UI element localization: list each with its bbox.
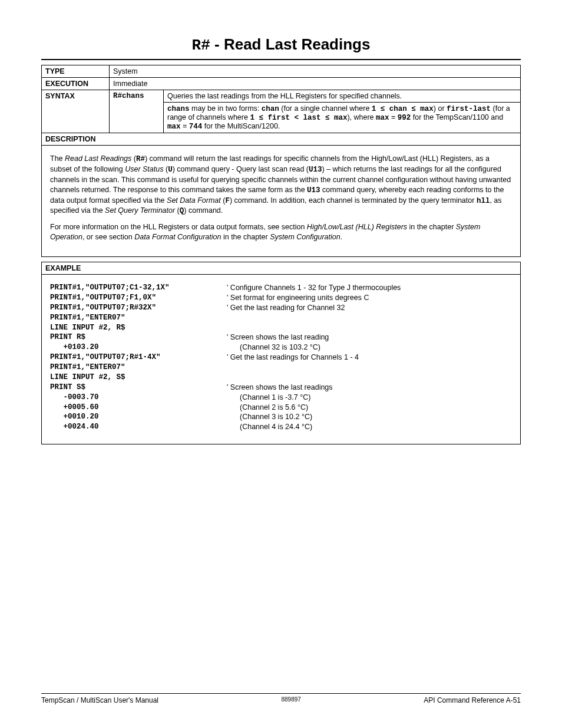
example-row: LINE INPUT #2, R$ [50, 323, 512, 333]
example-code: PRINT#1,"ENTER07" [50, 363, 227, 373]
example-code: PRINT#1,"OUTPUT07;R#1-4X" [50, 353, 227, 363]
title-text: Read Last Readings [224, 35, 371, 53]
example-comment: ' Set format for engineering units degre… [227, 293, 512, 303]
execution-label: EXECUTION [42, 78, 110, 90]
example-row: +0103.20 (Channel 32 is 103.2 °C) [50, 342, 512, 353]
example-comment: (Channel 32 is 103.2 °C) [227, 342, 512, 353]
example-row: PRINT#1,"ENTER07" [50, 363, 512, 373]
syntax-desc-2: chans may be in two forms: chan (for a s… [164, 103, 521, 133]
example-comment: ' Screen shows the last readings [227, 383, 512, 393]
example-code: +0010.20 [50, 412, 227, 422]
example-row: PRINT#1,"OUTPUT07;C1-32,1X"' Configure C… [50, 283, 512, 293]
example-body: PRINT#1,"OUTPUT07;C1-32,1X"' Configure C… [41, 275, 521, 444]
title-rule [41, 59, 521, 60]
example-code: +0103.20 [50, 342, 227, 353]
example-row: PRINT R$' Screen shows the last reading [50, 332, 512, 342]
example-comment: (Channel 2 is 5.6 °C) [227, 403, 512, 413]
syntax-label: SYNTAX [42, 90, 110, 133]
example-row: LINE INPUT #2, S$ [50, 373, 512, 383]
example-row: PRINT S$' Screen shows the last readings [50, 383, 512, 393]
example-code: PRINT#1,"OUTPUT07;R#32X" [50, 303, 227, 313]
example-comment: ' Configure Channels 1 - 32 for Type J t… [227, 283, 512, 293]
example-code: +0005.60 [50, 403, 227, 413]
command-table: TYPE System EXECUTION Immediate SYNTAX R… [41, 65, 521, 146]
example-code: PRINT#1,"OUTPUT07;C1-32,1X" [50, 283, 227, 293]
example-row: PRINT#1,"OUTPUT07;R#1-4X"' Get the last … [50, 353, 512, 363]
example-comment [227, 373, 512, 383]
example-header-table: EXAMPLE [41, 262, 521, 275]
title-code: R# [192, 37, 210, 54]
example-row: +0010.20 (Channel 3 is 10.2 °C) [50, 412, 512, 422]
type-label: TYPE [42, 65, 110, 78]
example-row: PRINT#1,"OUTPUT07;F1,0X"' Set format for… [50, 293, 512, 303]
description-label: DESCRIPTION [42, 133, 521, 146]
example-code: LINE INPUT #2, R$ [50, 323, 227, 333]
page-title: R# - Read Last Readings [41, 35, 521, 54]
example-label: EXAMPLE [42, 262, 521, 275]
example-comment: (Channel 3 is 10.2 °C) [227, 412, 512, 422]
example-comment [227, 323, 512, 333]
syntax-desc-1: Queries the last readings from the HLL R… [164, 90, 521, 103]
example-comment: ' Get the last readings for Channels 1 -… [227, 353, 512, 363]
example-comment: (Channel 1 is -3.7 °C) [227, 393, 512, 403]
example-code: PRINT#1,"OUTPUT07;F1,0X" [50, 293, 227, 303]
description-paragraph-2: For more information on the HLL Register… [50, 222, 512, 242]
syntax-chans: chans [167, 105, 190, 113]
description-body: The Read Last Readings (R#) command will… [41, 146, 521, 257]
example-row: +0005.60 (Channel 2 is 5.6 °C) [50, 403, 512, 413]
example-comment [227, 313, 512, 323]
description-paragraph-1: The Read Last Readings (R#) command will… [50, 154, 512, 216]
example-comment: ' Screen shows the last reading [227, 332, 512, 342]
example-code: +0024.40 [50, 422, 227, 432]
syntax-code: R#chans [110, 90, 164, 133]
example-code: LINE INPUT #2, S$ [50, 373, 227, 383]
example-comment: ' Get the last reading for Channel 32 [227, 303, 512, 313]
example-row: PRINT#1,"OUTPUT07;R#32X"' Get the last r… [50, 303, 512, 313]
type-value: System [110, 65, 521, 78]
example-row: -0003.70 (Channel 1 is -3.7 °C) [50, 393, 512, 403]
example-row: +0024.40 (Channel 4 is 24.4 °C) [50, 422, 512, 432]
example-code: -0003.70 [50, 393, 227, 403]
title-sep: - [210, 35, 224, 53]
execution-value: Immediate [110, 78, 521, 90]
example-code: PRINT#1,"ENTER07" [50, 313, 227, 323]
example-row: PRINT#1,"ENTER07" [50, 313, 512, 323]
example-comment: (Channel 4 is 24.4 °C) [227, 422, 512, 432]
example-comment [227, 363, 512, 373]
example-code: PRINT R$ [50, 332, 227, 342]
example-code: PRINT S$ [50, 383, 227, 393]
